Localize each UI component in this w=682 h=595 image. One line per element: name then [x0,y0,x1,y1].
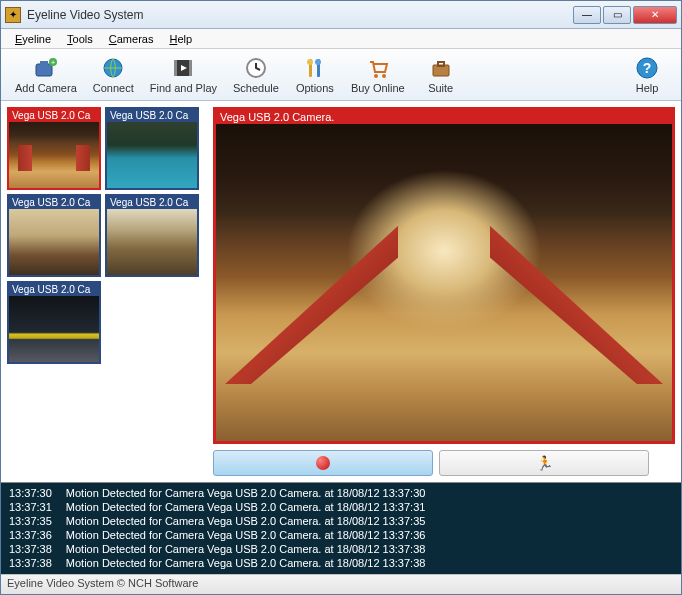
camera-thumb-label: Vega USB 2.0 Ca [9,196,99,209]
content-area: Vega USB 2.0 CaVega USB 2.0 CaVega USB 2… [1,101,681,482]
connect-label: Connect [93,82,134,94]
clock-icon [244,56,268,80]
help-button[interactable]: ? Help [619,54,675,96]
log-message: Motion Detected for Camera Vega USB 2.0 … [66,556,426,570]
camera-thumb-label: Vega USB 2.0 Ca [107,109,197,122]
help-icon: ? [635,56,659,80]
camera-thumb-1[interactable]: Vega USB 2.0 Ca [105,107,199,190]
menubar: Eyeline Tools Cameras Help [1,29,681,49]
event-log[interactable]: 13:37:30Motion Detected for Camera Vega … [1,482,681,574]
log-message: Motion Detected for Camera Vega USB 2.0 … [66,528,426,542]
svg-point-13 [315,59,321,65]
svg-rect-17 [438,62,444,66]
camera-thumb-image [107,209,197,275]
log-row: 13:37:38Motion Detected for Camera Vega … [9,556,673,570]
svg-rect-1 [40,61,48,65]
log-message: Motion Detected for Camera Vega USB 2.0 … [66,486,426,500]
camera-thumb-2[interactable]: Vega USB 2.0 Ca [7,194,101,277]
preview-image [216,124,672,441]
cart-icon [366,56,390,80]
log-row: 13:37:38Motion Detected for Camera Vega … [9,542,673,556]
log-message: Motion Detected for Camera Vega USB 2.0 … [66,514,426,528]
preview-controls: 🏃 [213,450,675,476]
buy-online-button[interactable]: Buy Online [343,54,413,96]
menu-help[interactable]: Help [161,31,200,47]
log-time: 13:37:38 [9,556,52,570]
log-time: 13:37:38 [9,542,52,556]
status-bar: Eyeline Video System © NCH Software [1,574,681,594]
preview-pane: Vega USB 2.0 Camera. 🏃 [213,107,675,476]
log-message: Motion Detected for Camera Vega USB 2.0 … [66,500,426,514]
motion-button[interactable]: 🏃 [439,450,649,476]
help-label: Help [636,82,659,94]
svg-rect-6 [174,60,177,76]
briefcase-icon [429,56,453,80]
camera-thumb-4[interactable]: Vega USB 2.0 Ca [7,281,101,364]
preview-label: Vega USB 2.0 Camera. [216,110,672,124]
log-row: 13:37:31Motion Detected for Camera Vega … [9,500,673,514]
add-camera-label: Add Camera [15,82,77,94]
app-icon: ✦ [5,7,21,23]
preview-frame[interactable]: Vega USB 2.0 Camera. [213,107,675,444]
run-icon: 🏃 [536,455,553,471]
toolbar: + Add Camera Connect Find and Play Sched… [1,49,681,101]
window-title: Eyeline Video System [27,8,571,22]
buy-label: Buy Online [351,82,405,94]
menu-eyeline[interactable]: Eyeline [7,31,59,47]
camera-plus-icon: + [34,56,58,80]
svg-text:+: + [51,58,56,67]
connect-button[interactable]: Connect [85,54,142,96]
log-time: 13:37:30 [9,486,52,500]
options-label: Options [296,82,334,94]
titlebar[interactable]: ✦ Eyeline Video System — ▭ ✕ [1,1,681,29]
camera-thumb-image [9,296,99,362]
status-text: Eyeline Video System © NCH Software [7,577,198,589]
menu-cameras[interactable]: Cameras [101,31,162,47]
svg-point-14 [374,74,378,78]
find-play-button[interactable]: Find and Play [142,54,225,96]
svg-point-12 [307,59,313,65]
globe-icon [101,56,125,80]
log-row: 13:37:36Motion Detected for Camera Vega … [9,528,673,542]
camera-thumb-label: Vega USB 2.0 Ca [107,196,197,209]
camera-thumb-label: Vega USB 2.0 Ca [9,283,99,296]
close-button[interactable]: ✕ [633,6,677,24]
options-button[interactable]: Options [287,54,343,96]
camera-thumbnails: Vega USB 2.0 CaVega USB 2.0 CaVega USB 2… [7,107,207,476]
camera-thumb-image [107,122,197,188]
log-time: 13:37:36 [9,528,52,542]
svg-text:?: ? [643,60,652,76]
film-icon [171,56,195,80]
suite-button[interactable]: Suite [413,54,469,96]
record-icon [316,456,330,470]
svg-point-15 [382,74,386,78]
log-row: 13:37:30Motion Detected for Camera Vega … [9,486,673,500]
tools-icon [303,56,327,80]
log-row: 13:37:35Motion Detected for Camera Vega … [9,514,673,528]
schedule-button[interactable]: Schedule [225,54,287,96]
log-message: Motion Detected for Camera Vega USB 2.0 … [66,542,426,556]
app-window: ✦ Eyeline Video System — ▭ ✕ Eyeline Too… [0,0,682,595]
menu-tools[interactable]: Tools [59,31,101,47]
svg-rect-0 [36,64,52,76]
suite-label: Suite [428,82,453,94]
svg-rect-7 [189,60,192,76]
camera-thumb-image [9,209,99,275]
camera-thumb-image [9,122,99,188]
add-camera-button[interactable]: + Add Camera [7,54,85,96]
minimize-button[interactable]: — [573,6,601,24]
log-time: 13:37:31 [9,500,52,514]
camera-thumb-0[interactable]: Vega USB 2.0 Ca [7,107,101,190]
find-play-label: Find and Play [150,82,217,94]
maximize-button[interactable]: ▭ [603,6,631,24]
log-time: 13:37:35 [9,514,52,528]
record-button[interactable] [213,450,433,476]
camera-thumb-label: Vega USB 2.0 Ca [9,109,99,122]
schedule-label: Schedule [233,82,279,94]
camera-thumb-3[interactable]: Vega USB 2.0 Ca [105,194,199,277]
